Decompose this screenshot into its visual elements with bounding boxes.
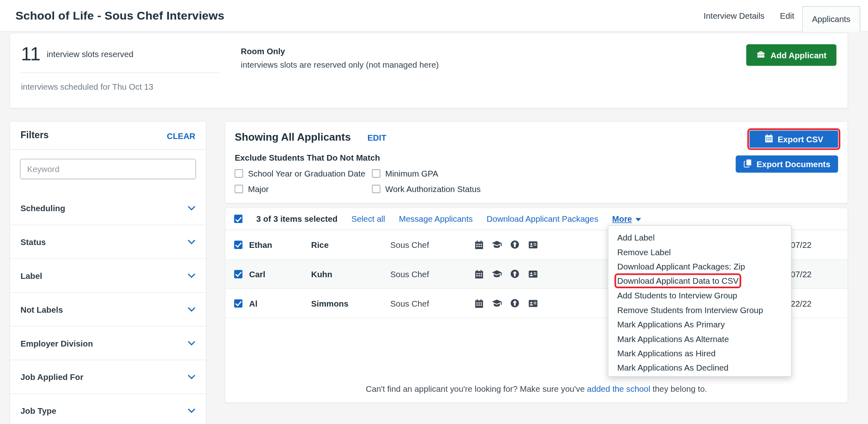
select-all-link[interactable]: Select all — [351, 214, 385, 223]
calendar-icon — [764, 134, 773, 144]
checkbox-icon[interactable] — [372, 185, 380, 193]
graduation-cap-icon[interactable] — [492, 298, 502, 309]
filter-section-scheduling[interactable]: Scheduling — [10, 192, 206, 225]
added-the-school-link[interactable]: added the school — [587, 384, 650, 393]
menu-item-download-data-csv[interactable]: Download Applicant Data to CSV — [609, 274, 791, 288]
applicant-first-name: Ethan — [249, 240, 311, 249]
upload-icon[interactable] — [510, 269, 520, 279]
selected-count: 3 of 3 items selected — [256, 214, 337, 223]
export-csv-label: Export CSV — [777, 135, 823, 144]
applicant-date: 22/22 — [791, 298, 839, 308]
graduation-cap-icon[interactable] — [492, 269, 502, 279]
calendar-icon[interactable] — [474, 269, 484, 278]
caret-down-icon — [636, 218, 641, 221]
header-tabs: Interview Details Edit Applicants — [696, 0, 860, 31]
tab-applicants[interactable]: Applicants — [802, 6, 860, 31]
checkbox-work-authorization[interactable]: Work Authorization Status — [372, 184, 838, 194]
applicant-date: 07/22 — [791, 269, 839, 278]
applicant-last-name: Rice — [311, 240, 390, 249]
more-dropdown-button[interactable]: More — [612, 214, 641, 223]
scheduled-note: interviews scheduled for Thu Oct 13 — [21, 73, 219, 91]
calendar-icon[interactable] — [474, 240, 484, 249]
download-applicant-packages-link[interactable]: Download Applicant Packages — [487, 214, 598, 223]
filter-section-job-applied-for[interactable]: Job Applied For — [10, 360, 206, 394]
row-checkbox[interactable] — [234, 270, 242, 278]
export-documents-button[interactable]: Export Documents — [735, 155, 838, 172]
page-title: School of Life - Sous Chef Interviews — [16, 9, 224, 22]
applicant-job: Sous Chef — [390, 269, 474, 278]
clear-filters-link[interactable]: CLEAR — [167, 131, 195, 140]
checkbox-icon[interactable] — [235, 185, 243, 193]
menu-item-mark-declined[interactable]: Mark Applications As Declined — [609, 360, 791, 375]
applicant-last-name: Kuhn — [311, 269, 390, 278]
missing-applicant-note: Can't find an applicant you're looking f… — [225, 384, 847, 393]
showing-title: Showing All Applicants — [235, 131, 351, 144]
chevron-down-icon — [188, 338, 195, 348]
message-applicants-link[interactable]: Message Applicants — [399, 214, 473, 223]
chevron-down-icon — [188, 203, 195, 213]
menu-item-remove-students-interview-group[interactable]: Remove Students from Interview Group — [609, 303, 791, 317]
filters-title: Filters — [20, 130, 49, 141]
checkbox-icon[interactable] — [372, 169, 380, 177]
briefcase-icon — [756, 49, 766, 60]
menu-item-mark-primary[interactable]: Mark Applications As Primary — [609, 317, 791, 332]
upload-icon[interactable] — [510, 298, 520, 308]
filters-header: Filters CLEAR — [10, 122, 206, 150]
row-checkbox[interactable] — [234, 241, 242, 249]
applicant-job: Sous Chef — [390, 298, 474, 308]
menu-item-add-label[interactable]: Add Label — [609, 230, 791, 245]
chevron-down-icon — [188, 237, 195, 247]
filter-section-employer-division[interactable]: Employer Division — [10, 327, 206, 360]
export-csv-button[interactable]: Export CSV — [750, 130, 838, 148]
filter-section-not-labels[interactable]: Not Labels — [10, 293, 206, 327]
checkbox-major[interactable]: Major — [235, 184, 372, 194]
summary-card: 11 interview slots reserved interviews s… — [9, 33, 848, 108]
top-header: School of Life - Sous Chef Interviews In… — [0, 0, 868, 31]
tab-edit[interactable]: Edit — [772, 0, 802, 31]
export-documents-label: Export Documents — [757, 159, 830, 169]
checkbox-icon[interactable] — [235, 169, 243, 177]
filter-section-status[interactable]: Status — [10, 225, 206, 259]
graduation-cap-icon[interactable] — [492, 239, 502, 250]
room-only-title: Room Only — [241, 46, 438, 56]
more-dropdown-menu: Add Label Remove Label Download Applican… — [608, 225, 792, 377]
menu-item-mark-alternate[interactable]: Mark Applications As Alternate — [609, 331, 791, 346]
chevron-down-icon — [188, 271, 195, 280]
checkbox-school-year[interactable]: School Year or Graduation Date — [235, 169, 372, 178]
applicant-job: Sous Chef — [390, 240, 474, 249]
upload-icon[interactable] — [510, 240, 520, 250]
slots-summary: 11 interview slots reserved interviews s… — [21, 44, 219, 97]
applicant-date: 07/22 — [791, 240, 839, 249]
row-checkbox[interactable] — [234, 299, 242, 307]
menu-item-mark-hired[interactable]: Mark Applications as Hired — [609, 346, 791, 361]
page: School of Life - Sous Chef Interviews In… — [0, 0, 868, 424]
filters-panel: Filters CLEAR Scheduling Status Label No… — [9, 121, 206, 424]
chevron-down-icon — [188, 372, 195, 382]
applicant-last-name: Simmons — [311, 298, 390, 308]
id-card-icon[interactable] — [527, 240, 538, 249]
applicant-first-name: Carl — [249, 269, 311, 278]
room-only-note: interviews slots are reserved only (not … — [241, 60, 438, 69]
tab-interview-details[interactable]: Interview Details — [696, 0, 772, 31]
menu-item-add-students-interview-group[interactable]: Add Students to Interview Group — [609, 288, 791, 303]
keyword-input[interactable] — [20, 159, 196, 179]
copy-icon — [743, 159, 752, 170]
chevron-down-icon — [188, 304, 195, 314]
applicants-filter-panel: Showing All Applicants EDIT Exclude Stud… — [225, 121, 848, 203]
id-card-icon[interactable] — [527, 298, 538, 308]
menu-item-remove-label[interactable]: Remove Label — [609, 245, 791, 259]
add-applicant-label: Add Applicant — [771, 50, 826, 60]
menu-item-download-packages-zip[interactable]: Download Applicant Packages: Zip — [609, 259, 791, 274]
room-only-summary: Room Only interviews slots are reserved … — [219, 44, 438, 97]
select-all-checkbox[interactable] — [234, 215, 242, 223]
id-card-icon[interactable] — [527, 269, 538, 278]
add-applicant-button[interactable]: Add Applicant — [746, 44, 836, 66]
slot-count-label: interview slots reserved — [46, 49, 133, 58]
chevron-down-icon — [188, 406, 195, 415]
filter-section-label[interactable]: Label — [10, 259, 206, 293]
calendar-icon[interactable] — [474, 298, 484, 308]
edit-filter-link[interactable]: EDIT — [368, 132, 386, 142]
slot-count: 11 — [21, 44, 41, 63]
applicant-first-name: Al — [249, 298, 311, 308]
filter-section-job-type[interactable]: Job Type — [10, 394, 206, 424]
